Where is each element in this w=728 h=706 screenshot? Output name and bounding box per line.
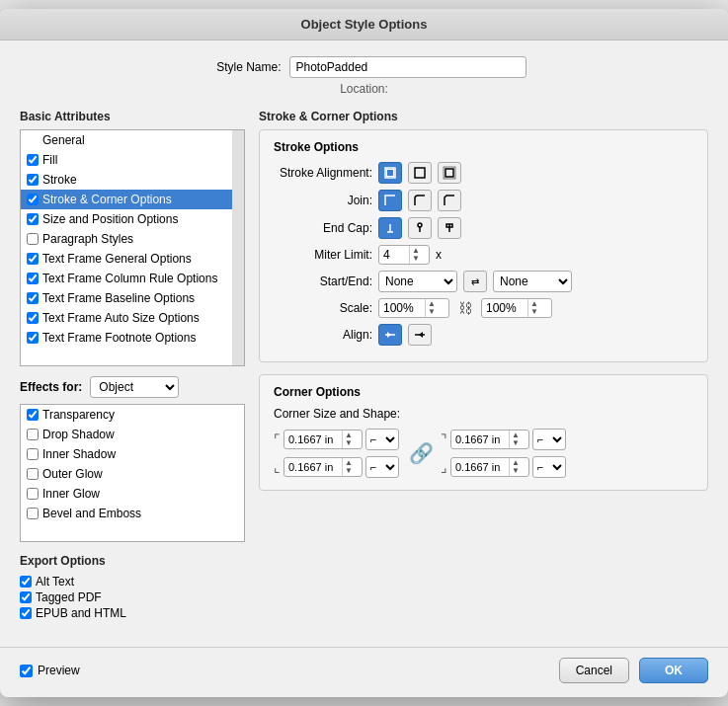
basic-attr-checkbox[interactable] xyxy=(27,312,39,324)
basic-attr-item[interactable]: Text Frame Auto Size Options xyxy=(21,308,244,328)
effect-item[interactable]: Inner Glow xyxy=(21,484,244,504)
scale-start-field[interactable]: ▲ ▼ xyxy=(378,298,449,318)
corner-tr-input-wrap[interactable]: ▲ ▼ xyxy=(450,430,529,449)
corner-br-input-wrap[interactable]: ▲ ▼ xyxy=(450,457,529,477)
end-cap-square-btn[interactable] xyxy=(438,217,461,239)
basic-attr-item[interactable]: Paragraph Styles xyxy=(21,229,244,249)
align-left-btn[interactable] xyxy=(378,324,402,346)
miter-limit-field[interactable]: ▲ ▼ xyxy=(378,245,430,265)
corner-bl-icon: ⌞ xyxy=(274,459,281,475)
join-round-btn[interactable] xyxy=(408,190,432,211)
corner-tl-input[interactable] xyxy=(284,433,342,445)
effect-item[interactable]: Outer Glow xyxy=(21,464,244,484)
scale-label: Scale: xyxy=(274,301,372,315)
svg-rect-3 xyxy=(445,169,453,177)
effect-checkbox[interactable] xyxy=(27,429,39,440)
corner-tr-shape[interactable]: ⌐ xyxy=(532,429,566,450)
svg-point-8 xyxy=(418,223,422,227)
basic-attributes-list: GeneralFillStrokeStroke & Corner Options… xyxy=(20,129,245,366)
end-cap-round-btn[interactable] xyxy=(408,217,432,239)
stroke-align-outer-btn[interactable] xyxy=(438,162,461,184)
preview-label: Preview xyxy=(38,664,80,677)
export-checkbox[interactable] xyxy=(20,607,32,619)
corner-br-input[interactable] xyxy=(451,461,509,473)
basic-attr-item[interactable]: General xyxy=(21,130,244,150)
export-checkbox[interactable] xyxy=(20,591,32,603)
corner-br-down[interactable]: ▼ xyxy=(512,467,520,475)
svg-marker-12 xyxy=(387,332,391,338)
basic-attr-checkbox[interactable] xyxy=(27,292,39,304)
scale-end-down[interactable]: ▼ xyxy=(530,308,538,316)
corner-tr-row: ⌝ ▲ ▼ ⌐ xyxy=(441,429,566,450)
effect-item[interactable]: Inner Shadow xyxy=(21,444,244,464)
corner-bl-input[interactable] xyxy=(284,461,342,473)
basic-attr-checkbox[interactable] xyxy=(27,194,39,205)
basic-attributes-title: Basic Attributes xyxy=(20,110,245,123)
scale-end-field[interactable]: ▲ ▼ xyxy=(481,298,552,318)
join-bevel-btn[interactable] xyxy=(438,190,461,211)
effect-item[interactable]: Drop Shadow xyxy=(21,425,244,444)
effects-for-label: Effects for: xyxy=(20,380,82,394)
corner-tl-down[interactable]: ▼ xyxy=(345,439,353,447)
align-right-btn[interactable] xyxy=(408,324,432,346)
effect-checkbox[interactable] xyxy=(27,468,39,480)
corner-tr-input[interactable] xyxy=(451,433,509,445)
join-label: Join: xyxy=(274,194,372,207)
basic-attr-item[interactable]: Text Frame Baseline Options xyxy=(21,288,244,308)
ok-button[interactable]: OK xyxy=(639,658,708,683)
miter-down-arrow[interactable]: ▼ xyxy=(412,255,420,263)
corner-br-shape[interactable]: ⌐ xyxy=(532,456,566,478)
dialog-title: Object Style Options xyxy=(0,9,728,40)
miter-limit-input[interactable] xyxy=(379,248,409,262)
corner-tl-shape[interactable]: ⌐ xyxy=(365,429,399,450)
export-checkbox[interactable] xyxy=(20,576,32,588)
stroke-align-inner-btn[interactable] xyxy=(378,162,402,184)
basic-attr-checkbox[interactable] xyxy=(27,273,39,284)
scale-end-input[interactable] xyxy=(482,301,527,315)
corner-bl-down[interactable]: ▼ xyxy=(345,467,353,475)
export-item: Tagged PDF xyxy=(20,589,245,605)
basic-attr-checkbox[interactable] xyxy=(27,174,39,186)
corner-tl-icon: ⌜ xyxy=(274,431,281,447)
scale-link-icon: ⛓ xyxy=(455,298,475,318)
corner-tl-input-wrap[interactable]: ▲ ▼ xyxy=(283,430,363,449)
swap-start-end-btn[interactable]: ⇄ xyxy=(463,271,487,292)
style-name-input[interactable] xyxy=(289,56,526,78)
effect-item[interactable]: Bevel and Emboss xyxy=(21,504,244,523)
basic-attr-item[interactable]: Size and Position Options xyxy=(21,209,244,229)
end-select[interactable]: None xyxy=(493,271,572,292)
basic-attr-item[interactable]: Text Frame Column Rule Options xyxy=(21,269,244,288)
cancel-button[interactable]: Cancel xyxy=(559,658,629,683)
effects-for-select[interactable]: Object xyxy=(90,376,179,398)
basic-attr-checkbox[interactable] xyxy=(27,213,39,225)
basic-attr-item[interactable]: Stroke & Corner Options xyxy=(21,190,244,209)
corner-bl-shape[interactable]: ⌐ xyxy=(365,456,399,478)
effect-checkbox[interactable] xyxy=(27,448,39,460)
effect-checkbox[interactable] xyxy=(27,409,39,421)
effect-checkbox[interactable] xyxy=(27,508,39,519)
corner-tr-down[interactable]: ▼ xyxy=(512,439,520,447)
basic-attr-item[interactable]: Stroke xyxy=(21,170,244,190)
basic-attr-item[interactable]: Text Frame General Options xyxy=(21,249,244,269)
effect-item[interactable]: Transparency xyxy=(21,405,244,425)
effect-checkbox[interactable] xyxy=(27,488,39,500)
end-cap-butt-btn[interactable] xyxy=(378,217,402,239)
scale-start-down[interactable]: ▼ xyxy=(428,308,436,316)
stroke-corner-title: Stroke & Corner Options xyxy=(259,110,708,123)
start-select[interactable]: None xyxy=(378,271,457,292)
basic-attr-checkbox[interactable] xyxy=(27,332,39,344)
end-cap-label: End Cap: xyxy=(274,221,372,235)
basic-attr-item[interactable]: Text Frame Footnote Options xyxy=(21,328,244,348)
basic-attr-checkbox[interactable] xyxy=(27,253,39,265)
basic-attr-checkbox[interactable] xyxy=(27,154,39,166)
corner-bl-input-wrap[interactable]: ▲ ▼ xyxy=(283,457,363,477)
preview-checkbox[interactable] xyxy=(20,665,33,677)
join-miter-btn[interactable] xyxy=(378,190,402,211)
basic-attr-checkbox[interactable] xyxy=(27,233,39,245)
scale-start-input[interactable] xyxy=(379,301,425,315)
svg-rect-2 xyxy=(415,168,425,178)
stroke-align-center-btn[interactable] xyxy=(408,162,432,184)
export-options-title: Export Options xyxy=(20,554,245,568)
corner-options-title: Corner Options xyxy=(274,385,693,399)
basic-attr-item[interactable]: Fill xyxy=(21,150,244,170)
